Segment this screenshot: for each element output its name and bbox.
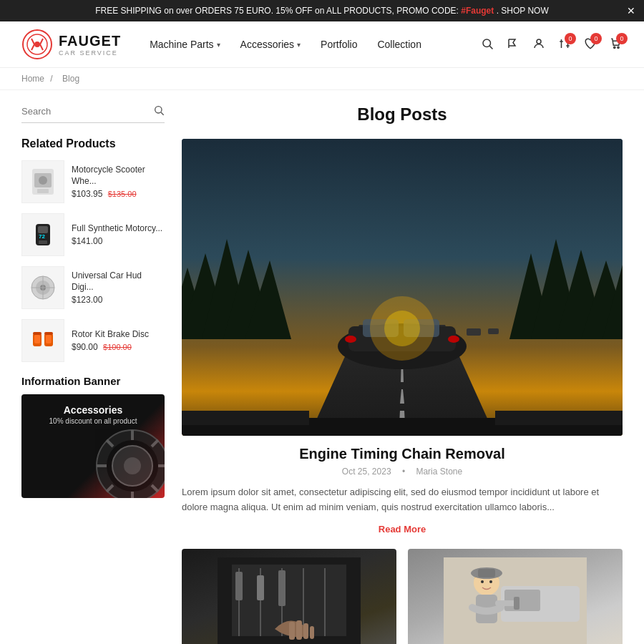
old-price: $135.00 xyxy=(108,190,137,198)
post-separator: • xyxy=(402,467,405,477)
product-price: $141.00 xyxy=(72,236,162,246)
nav-collection[interactable]: Collection xyxy=(377,39,421,50)
breadcrumb-separator: / xyxy=(50,74,52,84)
svg-rect-64 xyxy=(467,328,481,336)
product-image xyxy=(29,326,57,355)
featured-post-image xyxy=(182,139,623,436)
road-scene-graphic xyxy=(182,139,623,436)
nav-accessories[interactable]: Accessories ▾ xyxy=(240,39,301,50)
chevron-down-icon: ▾ xyxy=(217,41,220,49)
banner-label: Accessories xyxy=(64,404,123,416)
product-thumbnail: 72 xyxy=(21,213,64,256)
svg-rect-80 xyxy=(296,620,302,640)
flag-button[interactable] xyxy=(507,37,519,52)
nav-machine-parts[interactable]: Machine Parts ▾ xyxy=(150,39,220,50)
compare-badge: 0 xyxy=(565,33,576,44)
small-post-workshop[interactable] xyxy=(182,549,396,644)
close-announcement-button[interactable]: ✕ xyxy=(627,5,635,16)
search-button[interactable] xyxy=(481,37,494,52)
svg-rect-65 xyxy=(488,328,499,334)
wishlist-button[interactable]: 0 xyxy=(584,37,597,52)
breadcrumb-home[interactable]: Home xyxy=(21,74,44,84)
old-price: $100.00 xyxy=(103,343,132,351)
sidebar: Related Products Motorcycle Scooter Whe.… xyxy=(21,104,165,644)
svg-rect-91 xyxy=(514,597,519,610)
svg-point-32 xyxy=(124,457,141,474)
search-submit-button[interactable] xyxy=(153,104,165,118)
svg-rect-26 xyxy=(46,335,52,343)
header: FAUGET CAR SERVICE Machine Parts ▾ Acces… xyxy=(0,21,644,68)
svg-rect-15 xyxy=(38,226,48,233)
svg-rect-77 xyxy=(257,575,264,600)
cart-button[interactable]: 0 xyxy=(610,37,623,52)
search-icon xyxy=(153,104,165,116)
content-area: Blog Posts xyxy=(182,104,623,644)
header-icons: 0 0 0 xyxy=(481,37,623,52)
svg-point-7 xyxy=(618,47,619,48)
info-banner[interactable]: Accessories 10% discount on all product xyxy=(21,394,165,498)
nav-portfolio[interactable]: Portfolio xyxy=(321,39,357,50)
svg-rect-17 xyxy=(39,240,47,244)
featured-post: Engine Timing Chain Removal Oct 25, 2023… xyxy=(182,139,623,644)
product-image xyxy=(29,167,57,196)
product-image: 72 xyxy=(29,220,57,249)
read-more-link[interactable]: Read More xyxy=(182,524,623,535)
svg-point-63 xyxy=(384,311,420,346)
promo-code: #Fauget xyxy=(461,6,494,16)
search-icon xyxy=(481,37,494,50)
svg-rect-78 xyxy=(278,570,286,606)
product-info: Rotor Kit Brake Disc $90.00 $100.00 xyxy=(72,329,149,352)
tire-icon xyxy=(93,426,165,498)
product-price: $123.00 xyxy=(72,295,165,305)
breadcrumb-current: Blog xyxy=(62,74,79,84)
banner-sub: 10% discount on all product xyxy=(49,417,137,425)
svg-point-5 xyxy=(537,39,541,44)
product-price: $90.00 $100.00 xyxy=(72,342,149,352)
product-name: Rotor Kit Brake Disc xyxy=(72,329,149,341)
svg-rect-68 xyxy=(495,411,623,425)
wishlist-badge: 0 xyxy=(590,33,602,44)
post-author: Maria Stone xyxy=(416,467,462,477)
product-name: Universal Car Hud Digi... xyxy=(72,270,165,293)
svg-point-92 xyxy=(481,580,484,583)
mechanic-person-graphic xyxy=(444,557,587,644)
svg-point-60 xyxy=(345,336,356,343)
user-icon xyxy=(532,37,545,50)
product-image xyxy=(29,273,57,302)
svg-point-61 xyxy=(448,336,459,343)
main-nav: Machine Parts ▾ Accessories ▾ Portfolio … xyxy=(150,39,481,50)
svg-line-9 xyxy=(161,112,164,115)
featured-post-title: Engine Timing Chain Removal xyxy=(182,446,623,462)
main-layout: Related Products Motorcycle Scooter Whe.… xyxy=(0,90,644,644)
page-title: Blog Posts xyxy=(182,104,623,125)
product-info: Full Synthetic Motorcy... $141.00 xyxy=(72,223,162,246)
product-info: Universal Car Hud Digi... $123.00 xyxy=(72,270,165,304)
info-banner-title: Information Banner xyxy=(21,375,165,387)
svg-point-8 xyxy=(155,107,162,113)
product-item[interactable]: Universal Car Hud Digi... $123.00 xyxy=(21,266,165,309)
svg-rect-76 xyxy=(235,572,243,600)
svg-point-6 xyxy=(614,47,615,48)
product-item[interactable]: Rotor Kit Brake Disc $90.00 $100.00 xyxy=(21,319,165,362)
svg-rect-28 xyxy=(44,332,53,335)
product-item[interactable]: 72 Full Synthetic Motorcy... $141.00 xyxy=(21,213,165,256)
svg-line-4 xyxy=(489,46,492,49)
compare-button[interactable]: 0 xyxy=(558,37,571,52)
logo-text: FAUGET CAR SERVICE xyxy=(59,33,121,57)
svg-rect-88 xyxy=(478,569,495,577)
small-post-mechanic[interactable] xyxy=(408,549,623,644)
announcement-text: FREE SHIPPING on over ORDERS 75 EURO. 15… xyxy=(95,6,461,16)
svg-point-93 xyxy=(489,580,492,583)
related-products-title: Related Products xyxy=(21,137,165,150)
flag-icon xyxy=(507,37,519,50)
product-thumbnail xyxy=(21,266,64,309)
search-input[interactable] xyxy=(21,106,153,117)
small-posts-grid xyxy=(182,549,623,644)
product-item[interactable]: Motorcycle Scooter Whe... $103.95 $135.0… xyxy=(21,160,165,203)
cart-badge: 0 xyxy=(616,33,628,44)
user-button[interactable] xyxy=(532,37,545,52)
logo[interactable]: FAUGET CAR SERVICE xyxy=(21,29,121,60)
svg-rect-81 xyxy=(303,623,308,639)
product-name: Full Synthetic Motorcy... xyxy=(72,223,162,235)
svg-point-3 xyxy=(483,39,491,47)
